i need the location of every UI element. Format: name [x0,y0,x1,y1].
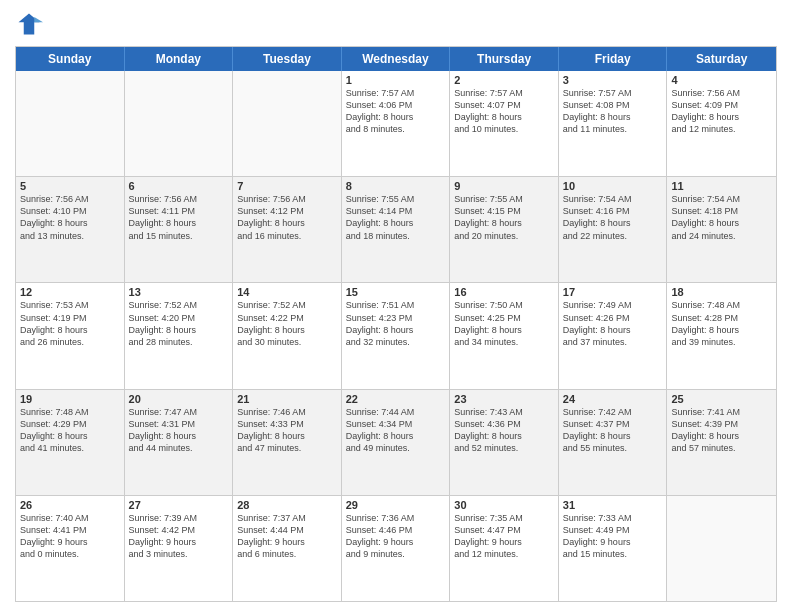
day-info: Sunrise: 7:40 AM Sunset: 4:41 PM Dayligh… [20,512,120,561]
svg-marker-1 [34,17,43,22]
day-info: Sunrise: 7:51 AM Sunset: 4:23 PM Dayligh… [346,299,446,348]
day-number: 31 [563,499,663,511]
calendar-day-6: 6Sunrise: 7:56 AM Sunset: 4:11 PM Daylig… [125,177,234,282]
weekday-header-monday: Monday [125,47,234,71]
day-number: 16 [454,286,554,298]
day-info: Sunrise: 7:39 AM Sunset: 4:42 PM Dayligh… [129,512,229,561]
day-number: 28 [237,499,337,511]
calendar-day-3: 3Sunrise: 7:57 AM Sunset: 4:08 PM Daylig… [559,71,668,176]
calendar-day-8: 8Sunrise: 7:55 AM Sunset: 4:14 PM Daylig… [342,177,451,282]
calendar-day-empty [16,71,125,176]
calendar-day-22: 22Sunrise: 7:44 AM Sunset: 4:34 PM Dayli… [342,390,451,495]
weekday-header-tuesday: Tuesday [233,47,342,71]
svg-marker-0 [19,14,40,35]
logo [15,10,47,38]
day-info: Sunrise: 7:52 AM Sunset: 4:20 PM Dayligh… [129,299,229,348]
calendar-day-7: 7Sunrise: 7:56 AM Sunset: 4:12 PM Daylig… [233,177,342,282]
day-info: Sunrise: 7:56 AM Sunset: 4:11 PM Dayligh… [129,193,229,242]
day-number: 14 [237,286,337,298]
day-number: 11 [671,180,772,192]
calendar-day-1: 1Sunrise: 7:57 AM Sunset: 4:06 PM Daylig… [342,71,451,176]
day-number: 19 [20,393,120,405]
calendar-day-empty [233,71,342,176]
calendar-row-3: 19Sunrise: 7:48 AM Sunset: 4:29 PM Dayli… [16,389,776,495]
day-number: 18 [671,286,772,298]
calendar-day-empty [667,496,776,601]
calendar-day-25: 25Sunrise: 7:41 AM Sunset: 4:39 PM Dayli… [667,390,776,495]
day-info: Sunrise: 7:53 AM Sunset: 4:19 PM Dayligh… [20,299,120,348]
day-number: 15 [346,286,446,298]
calendar: SundayMondayTuesdayWednesdayThursdayFrid… [15,46,777,602]
day-info: Sunrise: 7:47 AM Sunset: 4:31 PM Dayligh… [129,406,229,455]
day-number: 1 [346,74,446,86]
calendar-day-20: 20Sunrise: 7:47 AM Sunset: 4:31 PM Dayli… [125,390,234,495]
calendar-day-13: 13Sunrise: 7:52 AM Sunset: 4:20 PM Dayli… [125,283,234,388]
day-info: Sunrise: 7:48 AM Sunset: 4:28 PM Dayligh… [671,299,772,348]
page: SundayMondayTuesdayWednesdayThursdayFrid… [0,0,792,612]
day-info: Sunrise: 7:57 AM Sunset: 4:07 PM Dayligh… [454,87,554,136]
day-number: 5 [20,180,120,192]
day-number: 30 [454,499,554,511]
day-info: Sunrise: 7:57 AM Sunset: 4:06 PM Dayligh… [346,87,446,136]
calendar-day-5: 5Sunrise: 7:56 AM Sunset: 4:10 PM Daylig… [16,177,125,282]
day-number: 12 [20,286,120,298]
day-info: Sunrise: 7:56 AM Sunset: 4:10 PM Dayligh… [20,193,120,242]
weekday-header-sunday: Sunday [16,47,125,71]
day-info: Sunrise: 7:52 AM Sunset: 4:22 PM Dayligh… [237,299,337,348]
weekday-header-thursday: Thursday [450,47,559,71]
calendar-day-29: 29Sunrise: 7:36 AM Sunset: 4:46 PM Dayli… [342,496,451,601]
day-number: 8 [346,180,446,192]
day-number: 27 [129,499,229,511]
day-info: Sunrise: 7:50 AM Sunset: 4:25 PM Dayligh… [454,299,554,348]
day-number: 29 [346,499,446,511]
day-number: 9 [454,180,554,192]
calendar-day-9: 9Sunrise: 7:55 AM Sunset: 4:15 PM Daylig… [450,177,559,282]
day-info: Sunrise: 7:57 AM Sunset: 4:08 PM Dayligh… [563,87,663,136]
calendar-day-16: 16Sunrise: 7:50 AM Sunset: 4:25 PM Dayli… [450,283,559,388]
calendar-day-2: 2Sunrise: 7:57 AM Sunset: 4:07 PM Daylig… [450,71,559,176]
day-info: Sunrise: 7:46 AM Sunset: 4:33 PM Dayligh… [237,406,337,455]
calendar-day-27: 27Sunrise: 7:39 AM Sunset: 4:42 PM Dayli… [125,496,234,601]
calendar-day-19: 19Sunrise: 7:48 AM Sunset: 4:29 PM Dayli… [16,390,125,495]
calendar-day-14: 14Sunrise: 7:52 AM Sunset: 4:22 PM Dayli… [233,283,342,388]
day-info: Sunrise: 7:56 AM Sunset: 4:12 PM Dayligh… [237,193,337,242]
day-info: Sunrise: 7:41 AM Sunset: 4:39 PM Dayligh… [671,406,772,455]
calendar-day-26: 26Sunrise: 7:40 AM Sunset: 4:41 PM Dayli… [16,496,125,601]
day-number: 13 [129,286,229,298]
calendar-day-12: 12Sunrise: 7:53 AM Sunset: 4:19 PM Dayli… [16,283,125,388]
day-info: Sunrise: 7:48 AM Sunset: 4:29 PM Dayligh… [20,406,120,455]
day-info: Sunrise: 7:55 AM Sunset: 4:14 PM Dayligh… [346,193,446,242]
calendar-day-28: 28Sunrise: 7:37 AM Sunset: 4:44 PM Dayli… [233,496,342,601]
day-info: Sunrise: 7:49 AM Sunset: 4:26 PM Dayligh… [563,299,663,348]
day-info: Sunrise: 7:55 AM Sunset: 4:15 PM Dayligh… [454,193,554,242]
day-number: 3 [563,74,663,86]
calendar-day-17: 17Sunrise: 7:49 AM Sunset: 4:26 PM Dayli… [559,283,668,388]
day-number: 23 [454,393,554,405]
day-info: Sunrise: 7:36 AM Sunset: 4:46 PM Dayligh… [346,512,446,561]
day-info: Sunrise: 7:33 AM Sunset: 4:49 PM Dayligh… [563,512,663,561]
day-number: 26 [20,499,120,511]
calendar-day-23: 23Sunrise: 7:43 AM Sunset: 4:36 PM Dayli… [450,390,559,495]
calendar-day-18: 18Sunrise: 7:48 AM Sunset: 4:28 PM Dayli… [667,283,776,388]
weekday-header-saturday: Saturday [667,47,776,71]
day-number: 17 [563,286,663,298]
calendar-body: 1Sunrise: 7:57 AM Sunset: 4:06 PM Daylig… [16,71,776,601]
day-number: 25 [671,393,772,405]
calendar-row-0: 1Sunrise: 7:57 AM Sunset: 4:06 PM Daylig… [16,71,776,176]
day-info: Sunrise: 7:54 AM Sunset: 4:18 PM Dayligh… [671,193,772,242]
day-number: 22 [346,393,446,405]
weekday-header-friday: Friday [559,47,668,71]
day-info: Sunrise: 7:37 AM Sunset: 4:44 PM Dayligh… [237,512,337,561]
day-number: 10 [563,180,663,192]
calendar-day-empty [125,71,234,176]
day-number: 24 [563,393,663,405]
day-number: 20 [129,393,229,405]
weekday-header-wednesday: Wednesday [342,47,451,71]
calendar-header-row: SundayMondayTuesdayWednesdayThursdayFrid… [16,47,776,71]
calendar-row-4: 26Sunrise: 7:40 AM Sunset: 4:41 PM Dayli… [16,495,776,601]
day-number: 2 [454,74,554,86]
calendar-day-24: 24Sunrise: 7:42 AM Sunset: 4:37 PM Dayli… [559,390,668,495]
calendar-row-1: 5Sunrise: 7:56 AM Sunset: 4:10 PM Daylig… [16,176,776,282]
day-info: Sunrise: 7:35 AM Sunset: 4:47 PM Dayligh… [454,512,554,561]
day-info: Sunrise: 7:56 AM Sunset: 4:09 PM Dayligh… [671,87,772,136]
